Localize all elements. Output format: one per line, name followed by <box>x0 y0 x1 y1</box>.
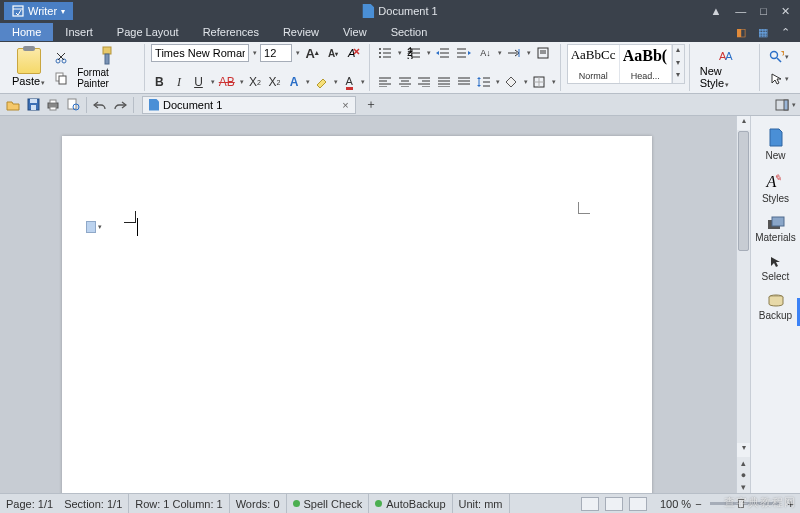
show-formatting-button[interactable] <box>534 44 552 62</box>
new-tab-button[interactable]: ＋ <box>362 96 380 114</box>
next-page-button[interactable]: ▾ <box>737 481 750 493</box>
side-styles[interactable]: A✎ Styles <box>751 167 800 210</box>
style-gallery[interactable]: AaBbCcD Normal AaBb( Head... ▴▾▾ <box>567 44 685 84</box>
side-backup[interactable]: Backup <box>751 288 800 327</box>
browse-object-button[interactable]: ● <box>737 469 750 481</box>
print-preview-button[interactable] <box>64 96 82 114</box>
style-heading[interactable]: AaBb( Head... <box>620 45 672 83</box>
select-button[interactable]: ▾ <box>768 70 790 88</box>
zoom-control[interactable]: 100 % − + <box>654 494 800 513</box>
paste-button[interactable]: Paste▾ <box>8 46 49 89</box>
align-distribute-button[interactable] <box>456 73 473 91</box>
zoom-in-button[interactable]: + <box>788 498 794 510</box>
superscript-button[interactable]: X2 <box>247 73 264 91</box>
status-rowcol[interactable]: Row: 1 Column: 1 <box>129 494 229 513</box>
print-button[interactable] <box>44 96 62 114</box>
scroll-thumb[interactable] <box>738 131 749 251</box>
strikethrough-button[interactable]: AB <box>218 73 236 91</box>
page-canvas[interactable]: ▾ <box>62 136 652 493</box>
chevron-down-icon[interactable]: ▾ <box>296 49 300 57</box>
sort-button[interactable]: A↓ <box>476 44 494 62</box>
align-right-button[interactable] <box>416 73 433 91</box>
bold-button[interactable]: B <box>151 73 168 91</box>
cut-button[interactable] <box>52 49 70 67</box>
view-web[interactable] <box>629 497 647 511</box>
view-outline[interactable] <box>605 497 623 511</box>
clipboard-icon <box>17 48 41 74</box>
options-icon[interactable]: ▦ <box>756 25 770 39</box>
italic-button[interactable]: I <box>171 73 188 91</box>
undo-button[interactable] <box>91 96 109 114</box>
view-print-layout[interactable] <box>581 497 599 511</box>
feedback-icon[interactable]: ▲ <box>710 5 721 18</box>
shrink-font-button[interactable]: A▾ <box>324 44 342 62</box>
tab-page-layout[interactable]: Page Layout <box>105 23 191 41</box>
side-select[interactable]: Select <box>751 249 800 288</box>
font-color-button[interactable]: A <box>341 73 358 91</box>
app-menu-button[interactable]: Writer ▾ <box>4 2 73 20</box>
scroll-up-button[interactable]: ▴ <box>737 116 750 130</box>
document-tab[interactable]: Document 1 × <box>142 96 356 114</box>
new-style-button[interactable]: AA New Style▾ <box>696 44 755 91</box>
side-new[interactable]: New <box>751 122 800 167</box>
borders-button[interactable] <box>531 73 548 91</box>
underline-button[interactable]: U <box>190 73 207 91</box>
prev-page-button[interactable]: ▴ <box>737 457 750 469</box>
tab-home[interactable]: Home <box>0 23 53 41</box>
font-name-select[interactable] <box>151 44 249 62</box>
vertical-scrollbar[interactable]: ▴ ▾ ▴ ● ▾ <box>736 116 750 493</box>
document-icon <box>149 99 159 111</box>
tab-review[interactable]: Review <box>271 23 331 41</box>
status-autobackup[interactable]: AutoBackup <box>369 494 452 513</box>
text-effects-button[interactable]: A <box>286 73 303 91</box>
subscript-button[interactable]: X2 <box>266 73 283 91</box>
paragraph-marker[interactable]: ▾ <box>86 221 102 233</box>
skin-icon[interactable]: ◧ <box>734 25 748 39</box>
maximize-button[interactable]: □ <box>760 5 767 18</box>
redo-button[interactable] <box>111 96 129 114</box>
style-gallery-stepper[interactable]: ▴▾▾ <box>672 45 684 83</box>
tab-insert[interactable]: Insert <box>53 23 105 41</box>
decrease-indent-button[interactable] <box>434 44 452 62</box>
status-spellcheck[interactable]: Spell Check <box>287 494 370 513</box>
status-page[interactable]: Page: 1/1 Section: 1/1 <box>0 494 129 513</box>
side-materials[interactable]: Materials <box>751 210 800 249</box>
align-left-button[interactable] <box>376 73 393 91</box>
font-size-select[interactable] <box>260 44 292 62</box>
grow-font-button[interactable]: A▴ <box>303 44 321 62</box>
tab-section[interactable]: Section <box>379 23 440 41</box>
tab-char-button[interactable] <box>505 44 523 62</box>
shading-button[interactable] <box>503 73 520 91</box>
highlight-button[interactable] <box>313 73 330 91</box>
copy-button[interactable] <box>52 69 70 87</box>
close-tab-icon[interactable]: × <box>342 99 348 111</box>
status-unit[interactable]: Unit: mm <box>453 494 510 513</box>
collapse-ribbon-icon[interactable]: ⌃ <box>778 25 792 39</box>
clear-formatting-button[interactable]: A <box>345 44 363 62</box>
chevron-down-icon: ▾ <box>98 223 102 231</box>
chevron-down-icon[interactable]: ▾ <box>253 49 257 57</box>
tab-view[interactable]: View <box>331 23 379 41</box>
align-center-button[interactable] <box>396 73 413 91</box>
document-viewport[interactable]: ▾ <box>0 116 736 493</box>
increase-indent-button[interactable] <box>455 44 473 62</box>
zoom-slider[interactable] <box>710 502 780 505</box>
close-button[interactable]: ✕ <box>781 5 790 18</box>
app-icon <box>12 5 24 17</box>
task-pane-toggle[interactable] <box>773 96 791 114</box>
format-painter-button[interactable]: Format Painter <box>73 44 140 91</box>
scroll-down-button[interactable]: ▾ <box>737 443 750 457</box>
minimize-button[interactable]: — <box>735 5 746 18</box>
tab-references[interactable]: References <box>191 23 271 41</box>
svg-point-62 <box>771 51 778 58</box>
bullets-button[interactable] <box>376 44 394 62</box>
align-justify-button[interactable] <box>436 73 453 91</box>
numbering-button[interactable]: 123 <box>405 44 423 62</box>
open-button[interactable] <box>4 96 22 114</box>
line-spacing-button[interactable] <box>475 73 492 91</box>
zoom-out-button[interactable]: − <box>695 498 701 510</box>
style-normal[interactable]: AaBbCcD Normal <box>568 45 620 83</box>
find-replace-button[interactable]: ★▾ <box>768 48 790 66</box>
status-words[interactable]: Words: 0 <box>230 494 287 513</box>
save-button[interactable] <box>24 96 42 114</box>
